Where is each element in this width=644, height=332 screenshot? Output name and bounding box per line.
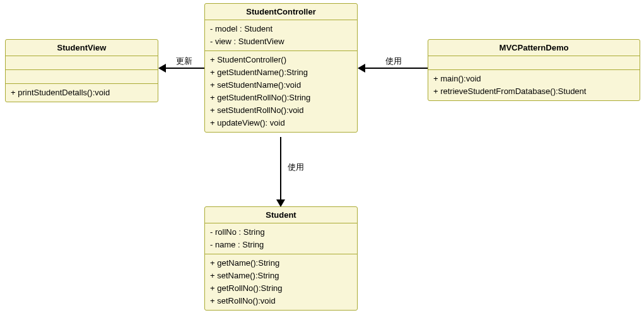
class-method: + getStudentRollNo():String <box>210 92 352 104</box>
class-title: MVCPatternDemo <box>428 40 640 56</box>
class-method: + StudentController() <box>210 54 352 66</box>
class-attributes-section <box>428 56 640 70</box>
class-method: + retrieveStudentFromDatabase():Student <box>433 85 635 98</box>
class-attribute: - model : Student <box>210 23 352 35</box>
class-attribute: - view : StudentView <box>210 35 352 48</box>
relation-line <box>365 68 428 69</box>
class-method: + getStudentName():String <box>210 66 352 79</box>
class-section-divider <box>6 70 158 84</box>
class-title: StudentView <box>6 40 158 56</box>
relation-label: 使用 <box>286 162 305 173</box>
class-method: + setStudentRollNo():void <box>210 104 352 117</box>
class-student-controller: StudentController - model : Student - vi… <box>204 3 358 133</box>
class-methods-section: + getName():String + setName():String + … <box>205 254 357 310</box>
class-method: + main():void <box>433 73 635 85</box>
class-attributes-section: - rollNo : String - name : String <box>205 223 357 254</box>
class-title: StudentController <box>205 4 357 20</box>
class-method: + getRollNo():String <box>210 282 352 295</box>
relation-line <box>280 137 281 200</box>
class-method: + setRollNo():void <box>210 295 352 307</box>
arrow-head-icon <box>358 64 365 73</box>
class-attribute: - name : String <box>210 239 352 251</box>
class-method: + updateView(): void <box>210 117 352 129</box>
class-attributes-section <box>6 56 158 70</box>
class-method: + setName():String <box>210 270 352 282</box>
class-method: + printStudentDetalls():void <box>11 86 153 99</box>
class-methods-section: + StudentController() + getStudentName()… <box>205 51 357 132</box>
class-student-view: StudentView + printStudentDetalls():void <box>5 39 158 102</box>
class-methods-section: + printStudentDetalls():void <box>6 84 158 102</box>
class-methods-section: + main():void + retrieveStudentFromDatab… <box>428 70 640 100</box>
arrow-head-icon <box>158 64 166 73</box>
relation-label: 使用 <box>384 56 403 67</box>
class-attributes-section: - model : Student - view : StudentView <box>205 20 357 51</box>
class-student: Student - rollNo : String - name : Strin… <box>204 206 358 311</box>
class-method: + getName():String <box>210 257 352 270</box>
relation-label: 更新 <box>175 56 194 67</box>
class-method: + setStudentName():void <box>210 79 352 92</box>
relation-line <box>165 68 204 69</box>
class-attribute: - rollNo : String <box>210 226 352 239</box>
class-title: Student <box>205 207 357 223</box>
class-mvc-pattern-demo: MVCPatternDemo + main():void + retrieveS… <box>428 39 640 101</box>
arrow-head-icon <box>276 199 285 207</box>
